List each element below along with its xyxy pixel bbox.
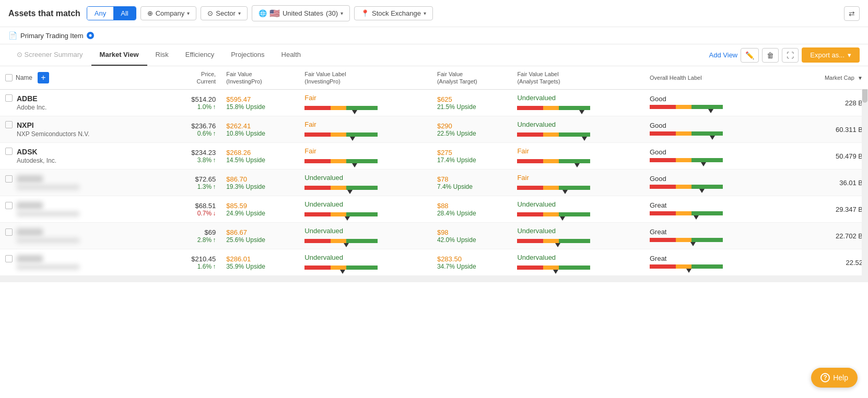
fvl-analyst-label: Undervalued [517, 227, 639, 235]
table-row: $210.45 1.6% ↑ $286.01 35.9% Upside Unde… [0, 249, 868, 276]
export-button[interactable]: Export as... ▾ [802, 47, 860, 63]
fv-analyst-upside: 34.7% Upside [437, 263, 507, 270]
health-label-text: Great [650, 255, 772, 262]
exchange-filter-button[interactable]: 📍 Stock Exchange ▾ [354, 6, 433, 20]
health-bar [650, 185, 723, 189]
fvl-analyst-bar [517, 186, 590, 190]
health-label-text: Great [650, 228, 772, 236]
table-row: $68.51 0.7% ↓ $85.59 24.9% Upside Underv… [0, 196, 868, 223]
tab-screener-summary[interactable]: ⊙ Screener Summary [8, 44, 91, 66]
fv-pro-cell: $85.59 24.9% Upside [221, 196, 299, 223]
company-filter-button[interactable]: ⊕ Company ▾ [140, 6, 197, 20]
sector-icon: ⊙ [207, 9, 213, 17]
screener-summary-tab-label: ⊙ Screener Summary [17, 51, 83, 58]
add-view-button[interactable]: Add View [709, 51, 738, 59]
fv-analyst-cell: $98 42.0% Upside [432, 223, 512, 249]
table-row: $69 2.8% ↑ $86.67 25.6% Upside Undervalu… [0, 223, 868, 249]
company-filter-label: Company [156, 9, 185, 17]
delete-icon-button[interactable]: 🗑 [762, 48, 779, 63]
row-checkbox[interactable] [5, 228, 13, 236]
table-header-row: Name + Price,Current Fair Value(Investin… [0, 66, 868, 90]
fvl-analyst-cell: Undervalued [512, 223, 644, 249]
ticker-label [17, 255, 43, 262]
market-cap-value: 29.347 B [836, 206, 863, 213]
fvl-pro-cell: Fair [299, 143, 432, 170]
fv-analyst-cell: $275 17.4% Upside [432, 143, 512, 170]
health-label-text: Good [650, 122, 772, 129]
table-row: $72.65 1.3% ↑ $86.70 19.3% Upside Underv… [0, 170, 868, 196]
fvl-analyst-cell: Fair [512, 143, 644, 170]
fv-pro-cell: $262.41 10.8% Upside [221, 116, 299, 143]
tab-market-view[interactable]: Market View [91, 44, 147, 66]
data-table-wrapper[interactable]: Name + Price,Current Fair Value(Investin… [0, 66, 868, 276]
fv-analyst-col-label: Fair Value(Analyst Target) [437, 71, 477, 85]
fv-pro-amount: $268.26 [226, 149, 294, 156]
th-market-cap[interactable]: Market Cap ▼ [777, 66, 868, 90]
fvl-pro-label: Undervalued [304, 227, 427, 235]
sector-filter-button[interactable]: ⊙ Sector ▾ [201, 6, 248, 20]
price-cell: $210.45 1.6% ↑ [166, 249, 221, 276]
radio-dot-icon[interactable] [87, 32, 94, 39]
row-checkbox[interactable] [5, 255, 13, 262]
name-cell [0, 249, 166, 276]
market-cap-cell: 29.347 B [777, 196, 868, 223]
expand-icon-button[interactable]: ⛶ [782, 48, 799, 63]
tab-health[interactable]: Health [273, 44, 310, 66]
row-checkbox[interactable] [5, 94, 13, 102]
ticker-label: ADSK [17, 148, 56, 156]
price-value: $236.76 [171, 122, 216, 130]
fv-pro-cell: $86.70 19.3% Upside [221, 170, 299, 196]
health-cell: Good [644, 90, 777, 116]
add-column-button[interactable]: + [38, 72, 49, 83]
fvl-pro-label: Undervalued [304, 174, 427, 182]
chevron-down-icon: ▾ [187, 10, 190, 16]
fvl-pro-bar-marker [344, 243, 349, 247]
row-checkbox[interactable] [5, 175, 13, 183]
price-change: 1.6% ↑ [171, 263, 216, 270]
flag-icon: 🇺🇸 [269, 8, 280, 18]
document-icon: 📄 [8, 31, 17, 40]
market-cap-value: 36.01 B [839, 179, 863, 187]
country-filter-label: United States [283, 9, 323, 17]
health-label-text: Good [650, 175, 772, 183]
direction-icon: ↑ [213, 236, 216, 244]
fv-analyst-upside: 17.4% Upside [437, 156, 507, 164]
health-bar-marker [708, 109, 713, 113]
fv-analyst-upside: 21.5% Upside [437, 103, 507, 111]
toggle-any-button[interactable]: Any [87, 7, 113, 20]
toggle-all-button[interactable]: All [113, 7, 135, 20]
fvl-analyst-label: Undervalued [517, 200, 639, 208]
fv-analyst-amount: $290 [437, 122, 507, 130]
country-filter-button[interactable]: 🌐 🇺🇸 United States (30) ▾ [252, 5, 350, 21]
horizontal-scrollbar[interactable] [0, 276, 868, 282]
health-label-text: Good [650, 95, 772, 103]
exchange-filter-label: Stock Exchange [372, 9, 421, 17]
link-button[interactable]: ⇄ [844, 6, 860, 21]
health-cell: Good [644, 170, 777, 196]
tab-actions: Add View ✏️ 🗑 ⛶ Export as... ▾ [709, 47, 860, 63]
tab-projections[interactable]: Projections [222, 44, 273, 66]
fv-pro-amount: $86.67 [226, 228, 294, 236]
health-label-text: Great [650, 201, 772, 209]
price-change: 0.6% ↑ [171, 130, 216, 137]
fvl-pro-cell: Undervalued [299, 196, 432, 223]
chevron-down-icon: ▾ [424, 10, 426, 16]
th-name: Name + [0, 66, 166, 90]
row-checkbox[interactable] [5, 121, 13, 128]
fv-analyst-cell: $88 28.4% Upside [432, 196, 512, 223]
sort-desc-icon: ▼ [858, 75, 863, 81]
row-checkbox[interactable] [5, 202, 13, 209]
select-all-checkbox[interactable] [5, 74, 13, 81]
th-fvl-pro: Fair Value Label(InvestingPro) [299, 66, 432, 90]
market-cap-cell: 22.702 B [777, 223, 868, 249]
fvl-pro-label: Fair [304, 94, 427, 102]
risk-tab-label: Risk [156, 51, 169, 58]
fvl-analyst-bar-marker [582, 137, 587, 141]
row-checkbox[interactable] [5, 148, 13, 155]
vertical-scrollbar[interactable] [862, 66, 868, 276]
tab-efficiency[interactable]: Efficiency [177, 44, 222, 66]
tab-risk[interactable]: Risk [147, 44, 177, 66]
edit-icon-button[interactable]: ✏️ [741, 48, 759, 63]
fvl-analyst-label: Fair [517, 147, 639, 155]
price-value: $72.65 [171, 175, 216, 183]
